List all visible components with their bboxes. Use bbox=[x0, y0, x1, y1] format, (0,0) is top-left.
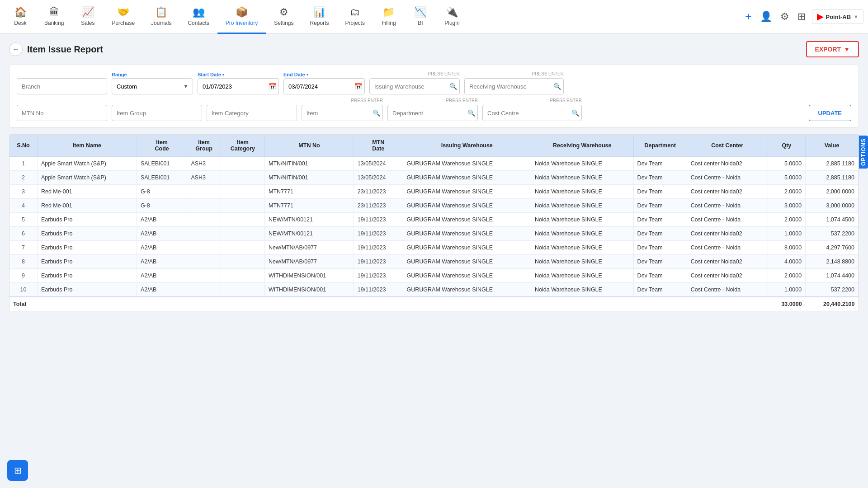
cell-value: 2,885.1180 bbox=[806, 171, 859, 185]
cell-cost-center: Cost Centre - Noida bbox=[687, 199, 768, 213]
nav-item-banking[interactable]: 🏛 Banking bbox=[36, 0, 72, 34]
cell-item-name: Earbuds Pro bbox=[37, 227, 137, 241]
cell-item-code: A2/AB bbox=[137, 227, 187, 241]
filter-row-2: PRESS ENTER 🔍 PRESS ENTER 🔍 PR bbox=[17, 98, 851, 121]
end-date-label: End Date • bbox=[283, 72, 365, 77]
start-date-calendar-icon[interactable]: 📅 bbox=[269, 83, 276, 90]
export-button[interactable]: EXPORT ▼ bbox=[806, 41, 859, 57]
cell-item-group bbox=[187, 199, 221, 213]
nav-item-plugin[interactable]: 🔌 Plugin bbox=[436, 0, 468, 34]
add-icon[interactable]: + bbox=[743, 9, 753, 25]
cell-mtn-no: MTN/NITIN/001 bbox=[265, 157, 354, 171]
nav-item-settings[interactable]: ⚙ Settings bbox=[266, 0, 302, 34]
department-search-icon[interactable]: 🔍 bbox=[467, 109, 475, 117]
cell-cost-center: Cost Centre - Noida bbox=[687, 213, 768, 227]
brand-button[interactable]: ▶ Point-AB ▼ bbox=[812, 9, 864, 24]
cost-centre-input[interactable] bbox=[482, 105, 582, 121]
nav-label-purchase: Purchase bbox=[112, 20, 135, 26]
cell-item-name: Earbuds Pro bbox=[37, 255, 137, 269]
receiving-wh-search-icon[interactable]: 🔍 bbox=[553, 83, 561, 90]
item-input[interactable] bbox=[302, 105, 383, 121]
col-qty: Qty bbox=[768, 135, 806, 157]
cell-item-code: A2/AB bbox=[137, 283, 187, 297]
plugin-icon: 🔌 bbox=[446, 6, 458, 18]
apps-icon[interactable]: ⊞ bbox=[796, 9, 807, 24]
col-mtn-no: MTN No bbox=[265, 135, 354, 157]
nav-label-desk: Desk bbox=[14, 20, 26, 26]
department-input[interactable] bbox=[387, 105, 478, 121]
cell-item-code: SALEBI001 bbox=[137, 157, 187, 171]
nav-label-contacts: Contacts bbox=[188, 20, 209, 26]
range-select[interactable]: Custom This Month Last Month This Year bbox=[112, 78, 193, 94]
cell-receiving-wh: Noida Warehosue SINGLE bbox=[531, 171, 634, 185]
user-icon[interactable]: 👤 bbox=[758, 9, 774, 24]
cell-item-group: ASH3 bbox=[187, 157, 221, 171]
cell-item-name: Red Me-001 bbox=[37, 199, 137, 213]
end-date-calendar-icon[interactable]: 📅 bbox=[354, 83, 362, 90]
item-search-icon[interactable]: 🔍 bbox=[373, 109, 380, 117]
receiving-wh-press-enter: PRESS ENTER bbox=[464, 71, 564, 76]
item-category-input[interactable] bbox=[207, 105, 297, 121]
nav-item-purchase[interactable]: 🤝 Purchase bbox=[104, 0, 143, 34]
branch-input[interactable] bbox=[17, 78, 107, 94]
update-button[interactable]: UPDATE bbox=[809, 105, 851, 121]
nav-label-bi: BI bbox=[418, 20, 423, 26]
cell-issuing-wh: GURUGRAM Warehosue SINGLE bbox=[403, 213, 531, 227]
cell-qty: 3.0000 bbox=[768, 199, 806, 213]
brand-label: Point-AB bbox=[826, 14, 851, 20]
cell-mtn-date: 19/11/2023 bbox=[354, 255, 403, 269]
cost-centre-search-icon[interactable]: 🔍 bbox=[571, 109, 579, 117]
cell-cost-center: Cost Centre - Noida bbox=[687, 283, 768, 297]
gear-icon[interactable]: ⚙ bbox=[778, 9, 791, 24]
cell-mtn-date: 19/11/2023 bbox=[354, 213, 403, 227]
cell-item-code: A2/AB bbox=[137, 255, 187, 269]
range-filter-group: Range Custom This Month Last Month This … bbox=[112, 72, 193, 94]
nav-item-sales[interactable]: 📈 Sales bbox=[72, 0, 104, 34]
nav-item-reports[interactable]: 📊 Reports bbox=[302, 0, 337, 34]
cell-receiving-wh: Noida Warehosue SINGLE bbox=[531, 227, 634, 241]
cell-item-category bbox=[221, 283, 264, 297]
cell-department: Dev Team bbox=[633, 255, 687, 269]
banking-icon: 🏛 bbox=[49, 6, 59, 18]
cell-receiving-wh: Noida Warehosue SINGLE bbox=[531, 157, 634, 171]
col-value: Value bbox=[806, 135, 859, 157]
cell-qty: 1.0000 bbox=[768, 227, 806, 241]
cell-mtn-no: WITHDIMENSION/001 bbox=[265, 269, 354, 283]
data-table-wrap: S.No Item Name ItemCode ItemGroup ItemCa… bbox=[9, 134, 859, 311]
nav-item-filling[interactable]: 📁 Filling bbox=[373, 0, 405, 34]
item-group-input[interactable] bbox=[112, 105, 202, 121]
mtn-no-input[interactable] bbox=[17, 105, 107, 121]
cell-item-code: A2/AB bbox=[137, 241, 187, 255]
nav-item-journals[interactable]: 📋 Journals bbox=[143, 0, 179, 34]
table-row: 4 Red Me-001 G-8 MTN7771 23/11/2023 GURU… bbox=[9, 199, 859, 213]
cell-value: 3,000.0000 bbox=[806, 199, 859, 213]
nav-item-contacts[interactable]: 👥 Contacts bbox=[179, 0, 217, 34]
nav-item-bi[interactable]: 📉 BI bbox=[405, 0, 436, 34]
receiving-warehouse-input[interactable] bbox=[464, 78, 564, 94]
nav-item-desk[interactable]: 🏠 Desk bbox=[5, 0, 36, 34]
table-row: 9 Earbuds Pro A2/AB WITHDIMENSION/001 19… bbox=[9, 269, 859, 283]
back-button[interactable]: ← bbox=[9, 42, 23, 56]
col-item-name: Item Name bbox=[37, 135, 137, 157]
table-row: 2 Apple Smart Watch (S&P) SALEBI001 ASH3… bbox=[9, 171, 859, 185]
issuing-warehouse-input[interactable] bbox=[369, 78, 460, 94]
nav-item-pro-inventory[interactable]: 📦 Pro Inventory bbox=[217, 0, 266, 34]
nav-label-journals: Journals bbox=[151, 20, 171, 26]
cell-qty: 2.0000 bbox=[768, 269, 806, 283]
cell-item-name: Earbuds Pro bbox=[37, 283, 137, 297]
start-date-input[interactable] bbox=[198, 78, 279, 94]
cost-centre-group: PRESS ENTER 🔍 bbox=[482, 98, 582, 121]
options-sidebar[interactable]: OPTIONS bbox=[859, 136, 868, 169]
cell-qty: 5.0000 bbox=[768, 157, 806, 171]
end-date-input[interactable] bbox=[283, 78, 365, 94]
cell-item-category bbox=[221, 199, 264, 213]
col-item-code: ItemCode bbox=[137, 135, 187, 157]
nav-item-projects[interactable]: 🗂 Projects bbox=[337, 0, 373, 34]
cell-value: 537.2200 bbox=[806, 283, 859, 297]
cell-department: Dev Team bbox=[633, 185, 687, 199]
cell-item-name: Earbuds Pro bbox=[37, 241, 137, 255]
issuing-wh-search-icon[interactable]: 🔍 bbox=[449, 83, 457, 90]
cell-cost-center: Cost center Noida02 bbox=[687, 185, 768, 199]
cell-sno: 3 bbox=[9, 185, 37, 199]
cell-mtn-no: MTN/NITIN/001 bbox=[265, 171, 354, 185]
